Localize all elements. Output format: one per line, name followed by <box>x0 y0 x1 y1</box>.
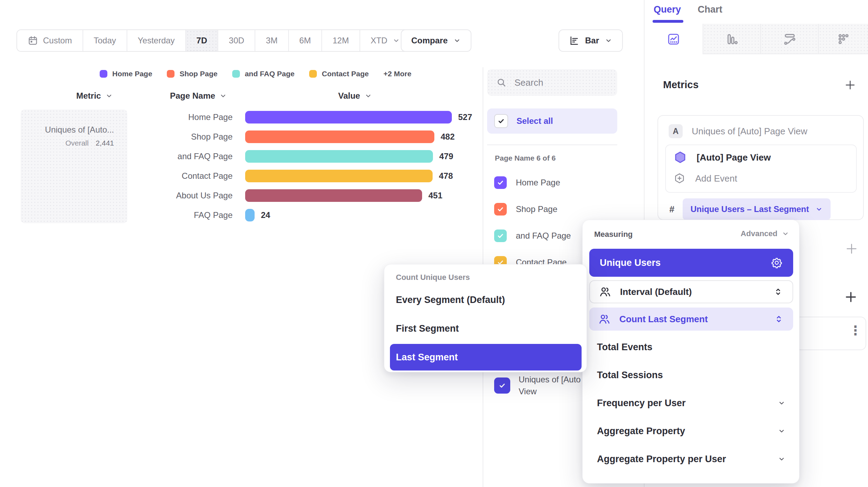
select-all-row[interactable]: Select all <box>487 108 617 134</box>
measuring-option[interactable]: Aggregate Property per User <box>597 445 785 473</box>
date-range-12m[interactable]: 12M <box>322 30 360 51</box>
stepper-icon[interactable] <box>773 287 783 297</box>
chart-row-value: 451 <box>428 191 442 200</box>
legend-item[interactable]: Shop Page <box>167 70 218 78</box>
legend-more-label[interactable]: +2 More <box>383 70 411 78</box>
chart-row-bar[interactable] <box>245 189 422 202</box>
measuring-option[interactable]: Total Events <box>597 333 785 361</box>
hexagon-event-icon <box>674 151 687 164</box>
checkbox-checked[interactable] <box>494 203 507 216</box>
tab-retention[interactable] <box>819 24 868 54</box>
filter-item-label: Shop Page <box>516 204 557 214</box>
tab-funnels[interactable] <box>703 24 761 54</box>
chart-row-bar[interactable] <box>245 209 255 221</box>
legend-swatch <box>167 70 175 78</box>
measurement-dropdown[interactable]: Unique Users – Last Segment <box>683 198 831 220</box>
chart-row-bar[interactable] <box>245 170 433 182</box>
chart-row-label: About Us Page <box>0 191 233 200</box>
search-input[interactable] <box>514 77 601 89</box>
measuring-option-label: Total Sessions <box>597 370 663 381</box>
chart-row-value: 479 <box>439 151 453 161</box>
date-range-today[interactable]: Today <box>83 30 127 51</box>
date-range-7d[interactable]: 7D <box>186 30 219 51</box>
add-breakdown-button[interactable] <box>844 290 858 304</box>
date-range-yesterday[interactable]: Yesterday <box>127 30 186 51</box>
chart-row-label: FAQ Page <box>0 210 233 220</box>
users-icon <box>598 313 610 325</box>
legend-item[interactable]: and FAQ Page <box>232 70 294 78</box>
measuring-title: Measuring <box>594 230 633 239</box>
more-options-button[interactable]: ⋮ <box>849 323 862 338</box>
tab-chart[interactable]: Chart <box>698 4 723 15</box>
date-range-3m[interactable]: 3M <box>255 30 289 51</box>
tab-flows[interactable] <box>761 24 819 54</box>
compare-button[interactable]: Compare <box>401 29 471 52</box>
add-filter-button[interactable] <box>845 242 858 255</box>
select-all-checkbox[interactable] <box>494 114 508 128</box>
measuring-option[interactable]: Total Sessions <box>597 361 785 389</box>
chart-row: About Us Page 451 <box>0 186 472 205</box>
measuring-option[interactable]: Aggregate Property <box>597 417 785 445</box>
users-icon <box>599 286 611 298</box>
metric-column-header[interactable]: Metric <box>76 91 113 101</box>
divider <box>487 144 617 145</box>
report-type-strip <box>645 24 868 54</box>
filter-item[interactable]: Home Page <box>494 176 571 189</box>
date-range-label: 12M <box>333 36 349 45</box>
tab-query[interactable]: Query <box>654 4 681 15</box>
chart-row: FAQ Page 24 <box>0 205 472 225</box>
gear-icon[interactable] <box>771 257 783 269</box>
filter-item[interactable]: and FAQ Page <box>494 230 571 242</box>
chevron-down-icon <box>105 92 113 100</box>
date-range-custom[interactable]: Custom <box>17 30 83 51</box>
number-operator-symbol: # <box>669 204 674 215</box>
segment-option[interactable]: Every Segment (Default) <box>390 285 582 314</box>
segment-option-label: Last Segment <box>396 352 458 363</box>
chart-row-bar[interactable] <box>245 111 452 123</box>
horizontal-bar-chart-icon <box>569 35 579 46</box>
add-event-row[interactable]: Add Event <box>674 172 737 184</box>
interval-selector[interactable]: Interval (Default) <box>589 280 793 303</box>
page-name-column-header[interactable]: Page Name <box>170 91 227 101</box>
event-row[interactable]: [Auto] Page View <box>674 151 771 164</box>
measuring-option-selected[interactable]: Unique Users <box>589 249 793 277</box>
tab-insights[interactable] <box>645 24 703 54</box>
chevron-down-icon <box>605 37 612 44</box>
filter-item[interactable]: Shop Page <box>494 203 571 216</box>
metric-definition-card: A Uniques of [Auto] Page View [Auto] Pag… <box>657 115 864 220</box>
date-range-30d[interactable]: 30D <box>218 30 255 51</box>
segment-option[interactable]: Last Segment <box>390 344 582 370</box>
legend-label: Shop Page <box>179 70 218 78</box>
segment-option[interactable]: First Segment <box>390 314 582 343</box>
legend-swatch <box>232 70 240 78</box>
chart-type-dropdown[interactable]: Bar <box>558 29 623 52</box>
date-range-label: XTD <box>371 36 387 45</box>
value-column-header[interactable]: Value <box>338 91 372 101</box>
count-segment-selector[interactable]: Count Last Segment <box>589 308 793 331</box>
checkbox-checked[interactable] <box>494 176 507 189</box>
chart-row-bar[interactable] <box>245 130 434 143</box>
chart-row: Shop Page 482 <box>0 127 472 147</box>
measuring-option[interactable]: Frequency per User <box>597 389 785 417</box>
chevron-down-icon <box>392 37 400 44</box>
chart-row-bar[interactable] <box>245 150 433 163</box>
strip-border <box>703 54 868 54</box>
add-event-icon <box>674 172 685 184</box>
legend-swatch <box>100 70 107 78</box>
advanced-toggle[interactable]: Advanced <box>741 229 789 238</box>
add-metric-button[interactable] <box>844 79 856 91</box>
metric-badge: A <box>669 124 683 138</box>
checkbox-checked[interactable] <box>494 377 510 394</box>
checkbox-checked[interactable] <box>494 230 507 242</box>
date-range-6m[interactable]: 6M <box>289 30 322 51</box>
legend-item[interactable]: Home Page <box>100 70 152 78</box>
date-range-label: Today <box>94 36 116 45</box>
legend-item[interactable]: Contact Page <box>309 70 369 78</box>
event-card: [Auto] Page View Add Event <box>665 144 857 193</box>
select-all-label: Select all <box>517 116 553 126</box>
stepper-icon[interactable] <box>774 314 784 324</box>
chart-row-value: 527 <box>458 112 472 122</box>
date-range-label: Yesterday <box>138 36 175 45</box>
filter-search[interactable] <box>487 69 617 96</box>
measuring-popover: Measuring Advanced Unique Users Interval… <box>582 220 799 484</box>
